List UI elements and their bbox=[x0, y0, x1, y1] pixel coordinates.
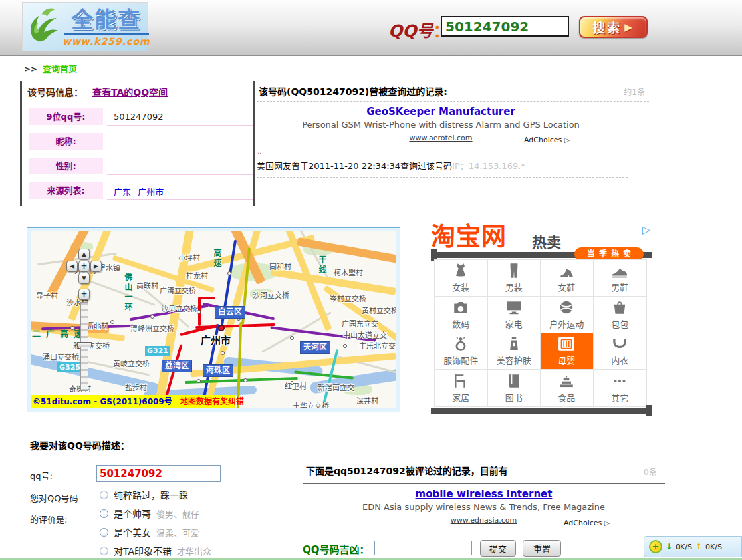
download-speed: 0K/S bbox=[676, 543, 692, 551]
bird-logo-icon bbox=[27, 5, 61, 49]
network-speed-widget[interactable]: + ↓ 0K/S ↑ 0K/S bbox=[644, 536, 742, 557]
row-label-gender: 性别: bbox=[29, 158, 103, 174]
dress-icon bbox=[452, 263, 469, 279]
map-place-label: 沙贝立交桥 bbox=[161, 303, 197, 313]
map-place-label: 盐步村 bbox=[125, 382, 147, 392]
zoom-slider-handle[interactable] bbox=[77, 342, 92, 347]
pan-down-button[interactable]: ▼ bbox=[78, 273, 90, 284]
pan-center-button[interactable]: + bbox=[78, 261, 90, 272]
category-beauty-skincare[interactable]: 美容护肤 bbox=[488, 333, 541, 370]
pants-icon bbox=[505, 263, 523, 279]
map-correction-link[interactable]: 地图数据有奖纠错 bbox=[180, 397, 244, 406]
rating-option-pass-by[interactable]: 纯粹路过，踩一踩 bbox=[100, 488, 193, 501]
taobao-brand[interactable]: 淘宝网 bbox=[431, 217, 507, 253]
security-suite-icon[interactable]: + bbox=[649, 540, 662, 553]
city-marker-icon bbox=[218, 325, 225, 331]
taobao-hot-label: 热卖 bbox=[532, 230, 561, 251]
map-place-label: 中山大道立交 bbox=[343, 329, 387, 340]
map-place-label: 柯木塱村 bbox=[334, 267, 363, 277]
row-label-nickname: 昵称: bbox=[29, 133, 103, 150]
pan-right-button[interactable]: ▶ bbox=[90, 261, 102, 272]
category-underwear[interactable]: 内衣 bbox=[594, 333, 647, 370]
luck-input[interactable] bbox=[374, 541, 472, 555]
category-bags[interactable]: 包包 bbox=[594, 297, 647, 333]
category-mens-clothing[interactable]: 男装 bbox=[488, 260, 541, 297]
category-accessories[interactable]: 服饰配件 bbox=[435, 333, 488, 370]
category-food[interactable]: 食品 bbox=[541, 370, 594, 406]
search-button[interactable]: 搜索 ▶ bbox=[579, 16, 648, 38]
category-other[interactable]: 其它 bbox=[594, 370, 647, 406]
section-divider bbox=[23, 430, 665, 430]
seasonal-hot-badge: 当季热卖 bbox=[574, 247, 644, 261]
district-badge: 白云区 bbox=[215, 306, 245, 319]
heels-icon bbox=[558, 263, 575, 279]
reset-button[interactable]: 重置 bbox=[523, 540, 561, 557]
records-title: 该号码(QQ501247092)曾被查询过的记录: bbox=[259, 84, 447, 98]
site-logo[interactable]: 全能查 www.k259.com bbox=[22, 2, 148, 51]
row-value-source: 广东 广州市 bbox=[114, 185, 164, 198]
geoskeeper-ad: GeoSKeeper Manufacturer Personal GSM Wri… bbox=[255, 105, 627, 143]
expressway-label: 高速 bbox=[211, 249, 223, 269]
number-info-panel: 该号码信息：查看TA的QQ空间 9位qq号: 501247092 昵称: 性别:… bbox=[20, 81, 251, 206]
category-digital[interactable]: 数码 bbox=[435, 297, 488, 333]
search-arrow-icon: ▶ bbox=[624, 21, 634, 33]
adchoices-icon[interactable]: ▷ bbox=[642, 223, 650, 236]
food-icon bbox=[558, 373, 575, 389]
category-appliances[interactable]: 家电 bbox=[488, 297, 541, 333]
pan-up-button[interactable]: ▲ bbox=[78, 249, 90, 260]
ad-url-link[interactable]: www.aerotel.com bbox=[409, 134, 472, 142]
rating-option-beauty[interactable]: 是个美女 温柔、可爱 bbox=[100, 525, 199, 539]
map-place-label: 广清立交桥 bbox=[160, 285, 196, 295]
breadcrumb-home-link[interactable]: 查询首页 bbox=[43, 64, 77, 74]
pan-left-button[interactable]: ◀ bbox=[66, 261, 78, 272]
query-records-panel: 该号码(QQ501247092)曾被查询过的记录: 约1条 GeoSKeeper… bbox=[253, 81, 652, 206]
qzone-link[interactable]: 查看TA的QQ空间 bbox=[92, 87, 168, 98]
category-womens-shoes[interactable]: 女鞋 bbox=[541, 260, 594, 297]
category-outdoor-sports[interactable]: 户外运动 bbox=[541, 297, 594, 333]
city-link[interactable]: 广州市 bbox=[138, 187, 164, 197]
comments-divider bbox=[303, 483, 665, 484]
ad-title-link[interactable]: mobile wireless internet bbox=[416, 488, 553, 500]
row-underline bbox=[107, 199, 262, 200]
road-badge: G321 bbox=[145, 346, 170, 356]
map-place-label: 丰乐北立交桥 bbox=[359, 340, 396, 350]
adchoices-link[interactable]: AdChoices ▷ bbox=[564, 519, 610, 527]
breadcrumb: >>查询首页 bbox=[24, 62, 77, 74]
map-place-label: 桂龙村 bbox=[186, 270, 208, 281]
comments-title: 下面是qq501247092被评论过的记录，目前有 bbox=[306, 464, 508, 477]
comment-qq-input[interactable] bbox=[96, 465, 221, 482]
category-books[interactable]: 图书 bbox=[488, 370, 541, 406]
map-place-label: 岗联村 bbox=[136, 280, 158, 291]
record-ip: IP：14.153.169.* bbox=[452, 161, 525, 171]
cosmetics-icon bbox=[505, 336, 523, 352]
category-mother-baby[interactable]: 母婴 bbox=[541, 333, 594, 370]
ad-description: Personal GSM Wrist-Phone with distress A… bbox=[302, 120, 580, 130]
category-home-furniture[interactable]: 家居 bbox=[435, 370, 488, 406]
province-link[interactable]: 广东 bbox=[114, 187, 131, 197]
qq-number-input[interactable] bbox=[441, 16, 569, 37]
map-place-label: 广园东立交 bbox=[342, 318, 378, 329]
road-badge: G325 bbox=[57, 362, 82, 372]
category-mens-shoes[interactable]: 男鞋 bbox=[594, 260, 647, 297]
rating-option-handsome[interactable]: 是个帅哥 俊男、靓仔 bbox=[100, 507, 199, 520]
district-badge: 荔湾区 bbox=[162, 360, 192, 372]
zoom-in-button[interactable]: + bbox=[78, 289, 90, 300]
city-label: 广州市 bbox=[201, 333, 231, 347]
submit-button[interactable]: 提交 bbox=[480, 540, 516, 557]
radio-icon[interactable] bbox=[100, 528, 108, 537]
radio-icon[interactable] bbox=[100, 509, 108, 518]
district-badge: 海珠区 bbox=[203, 364, 233, 377]
radio-icon[interactable] bbox=[100, 547, 108, 555]
more-icon bbox=[611, 373, 628, 389]
category-womens-clothing[interactable]: 女装 bbox=[435, 260, 488, 297]
radio-icon[interactable] bbox=[100, 491, 108, 499]
site-title: 全能查 bbox=[71, 7, 141, 33]
rating-option-good-impression[interactable]: 对TA印象不错 才华出众 bbox=[100, 544, 211, 557]
ad-title-link[interactable]: GeoSKeeper Manufacturer bbox=[366, 106, 515, 118]
header: 全能查 www.k259.com QQ号： 搜索 ▶ bbox=[0, 0, 742, 56]
furniture-icon bbox=[452, 373, 469, 389]
ad-url-link[interactable]: www.ednasia.com bbox=[451, 516, 517, 525]
adchoices-icon: ▷ bbox=[564, 136, 570, 144]
adchoices-link[interactable]: AdChoices ▷ bbox=[524, 136, 570, 144]
map-canvas[interactable]: 大石村 里水镇 小坪村 桂龙村 岗联村 广清立交桥 沙贝立交桥 沙水村 沥北村 … bbox=[31, 231, 396, 408]
